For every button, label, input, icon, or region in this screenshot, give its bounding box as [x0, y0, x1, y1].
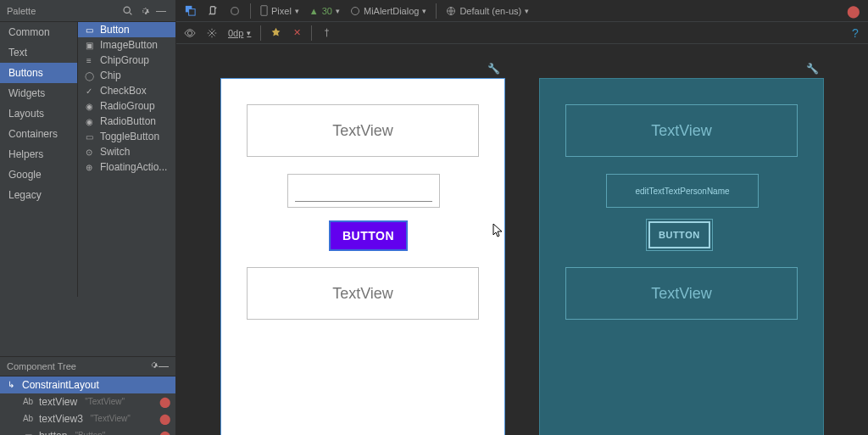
blueprint-textview2[interactable]: TextView — [565, 267, 798, 320]
palette-category-widgets[interactable]: Widgets — [0, 83, 77, 103]
palette-item-label: ToggleButton — [100, 131, 159, 142]
blueprint-surface-column: 🔧 TextView editTextTextPersonName BUTTON… — [539, 78, 824, 435]
radiogroup-icon: ◉ — [83, 100, 95, 112]
tree-row-textview[interactable]: Ab textView "TextView" ⬤ — [0, 393, 175, 410]
design-toolbar: Pixel▾ ▲ 30▾ MiAlertDialog▾ Default (en-… — [176, 0, 868, 22]
palette-panel: Palette — Common Text Buttons Widgets La… — [0, 0, 176, 435]
clear-constraints-icon[interactable]: ✕ — [287, 24, 306, 42]
palette-category-legacy[interactable]: Legacy — [0, 185, 77, 205]
palette-item-label: Button — [100, 24, 130, 36]
toggle-autoconnect-icon[interactable] — [202, 24, 222, 42]
chip-icon: ◯ — [83, 70, 95, 81]
orientation-icon[interactable] — [203, 2, 223, 20]
palette-item-label: FloatingActio... — [100, 161, 167, 173]
palette-item-label: RadioGroup — [100, 100, 155, 112]
mouse-cursor-icon — [492, 223, 504, 238]
palette-category-google[interactable]: Google — [0, 165, 77, 185]
info-badge-icon[interactable]: ? — [846, 24, 865, 42]
search-icon[interactable] — [120, 3, 135, 19]
canvas-area[interactable]: 🔧 TextView BUTTON TextView 🔧 TextView ed… — [176, 44, 868, 435]
palette-item-togglebutton[interactable]: ▭ToggleButton — [78, 129, 175, 144]
button-icon: ▭ — [83, 24, 95, 36]
palette-item-label: Switch — [100, 146, 130, 158]
minimize-icon[interactable]: — — [159, 360, 169, 372]
blueprint-surface[interactable]: TextView editTextTextPersonName BUTTON T… — [539, 78, 824, 435]
default-margin-dropdown[interactable]: 0dp▾ — [224, 24, 255, 42]
design-textview1[interactable]: TextView — [247, 104, 479, 157]
chevron-down-icon: ▾ — [336, 7, 340, 15]
palette-item-button[interactable]: ▭Button — [78, 22, 175, 37]
tree-row-label: button — [39, 430, 67, 436]
warning-icon[interactable]: ⬤ — [159, 413, 170, 425]
palette-items: ▭Button ▣ImageButton ≡ChipGroup ◯Chip ✓C… — [78, 22, 175, 297]
palette-category-common[interactable]: Common — [0, 22, 77, 42]
infer-constraints-icon[interactable] — [266, 24, 286, 42]
tree-row-label: textView3 — [39, 413, 83, 425]
palette-item-radiogroup[interactable]: ◉RadioGroup — [78, 98, 175, 114]
chevron-down-icon: ▾ — [422, 7, 426, 15]
palette-item-radiobutton[interactable]: ◉RadioButton — [78, 114, 175, 129]
svg-point-0 — [124, 7, 130, 13]
palette-category-buttons[interactable]: Buttons — [0, 63, 77, 83]
component-tree: ↳ ConstraintLayout Ab textView "TextView… — [0, 376, 175, 436]
svg-rect-4 — [210, 6, 214, 14]
wrench-icon[interactable]: 🔧 — [806, 63, 819, 75]
palette-item-label: CheckBox — [100, 85, 147, 97]
guidelines-icon[interactable] — [317, 24, 337, 42]
switch-icon: ⊙ — [83, 146, 95, 158]
palette-item-label: ImageButton — [100, 39, 158, 51]
palette-item-checkbox[interactable]: ✓CheckBox — [78, 83, 175, 98]
palette-item-chip[interactable]: ◯Chip — [78, 68, 175, 83]
minimize-icon[interactable]: — — [153, 3, 169, 19]
tree-row-textview3[interactable]: Ab textView3 "TextView" ⬤ — [0, 410, 175, 427]
palette-body: Common Text Buttons Widgets Layouts Cont… — [0, 22, 175, 297]
palette-category-helpers[interactable]: Helpers — [0, 144, 77, 165]
design-surface[interactable]: TextView BUTTON TextView — [220, 78, 505, 435]
palette-category-containers[interactable]: Containers — [0, 124, 77, 144]
palette-category-layouts[interactable]: Layouts — [0, 103, 77, 124]
margin-label: 0dp — [228, 28, 243, 38]
design-textview2[interactable]: TextView — [247, 267, 479, 320]
palette-title: Palette — [7, 6, 118, 16]
tree-row-hint: "Button" — [75, 431, 105, 435]
surface-select-icon[interactable] — [180, 2, 201, 20]
warning-icon[interactable]: ⬤ — [159, 396, 170, 408]
device-dropdown[interactable]: Pixel▾ — [256, 2, 303, 20]
night-mode-icon[interactable] — [225, 2, 245, 20]
tree-row-hint: "TextView" — [91, 414, 131, 423]
blueprint-edittext[interactable]: editTextTextPersonName — [606, 174, 759, 208]
component-tree-title: Component Tree — [7, 361, 148, 371]
blueprint-textview1[interactable]: TextView — [565, 104, 798, 157]
palette-item-chipgroup[interactable]: ≡ChipGroup — [78, 53, 175, 68]
view-options-icon[interactable] — [180, 24, 200, 42]
design-button[interactable]: BUTTON — [330, 221, 407, 250]
api-dropdown[interactable]: ▲ 30▾ — [305, 2, 344, 20]
palette-item-label: RadioButton — [100, 115, 156, 127]
palette-item-switch[interactable]: ⊙Switch — [78, 144, 175, 159]
warning-icon[interactable]: ⬤ — [159, 430, 170, 436]
palette-categories: Common Text Buttons Widgets Layouts Cont… — [0, 22, 78, 297]
work-area: Pixel▾ ▲ 30▾ MiAlertDialog▾ Default (en-… — [176, 0, 868, 435]
checkbox-icon: ✓ — [83, 85, 95, 97]
theme-dropdown[interactable]: MiAlertDialog▾ — [346, 2, 431, 20]
chevron-down-icon: ▾ — [295, 7, 299, 15]
wrench-icon[interactable]: 🔧 — [487, 63, 500, 75]
gear-icon[interactable] — [136, 3, 152, 19]
svg-point-7 — [351, 7, 359, 14]
palette-category-text[interactable]: Text — [0, 42, 77, 63]
textview-icon: Ab — [22, 413, 34, 425]
blueprint-button[interactable]: BUTTON — [648, 221, 710, 248]
palette-item-fab[interactable]: ⊕FloatingActio... — [78, 159, 175, 175]
radiobutton-icon: ◉ — [83, 115, 95, 127]
svg-rect-6 — [261, 6, 267, 16]
palette-item-imagebutton[interactable]: ▣ImageButton — [78, 37, 175, 53]
svg-line-1 — [129, 13, 131, 14]
palette-item-label: Chip — [100, 70, 121, 81]
error-badge-icon[interactable]: ⬤ — [843, 2, 865, 20]
gear-icon[interactable] — [148, 360, 159, 372]
design-edittext[interactable] — [287, 174, 440, 208]
locale-dropdown[interactable]: Default (en-us)▾ — [442, 2, 533, 20]
tree-row-button[interactable]: ▭ button "Button" ⬤ — [0, 427, 175, 436]
tree-row-constraintlayout[interactable]: ↳ ConstraintLayout — [0, 376, 175, 393]
imagebutton-icon: ▣ — [83, 39, 95, 51]
